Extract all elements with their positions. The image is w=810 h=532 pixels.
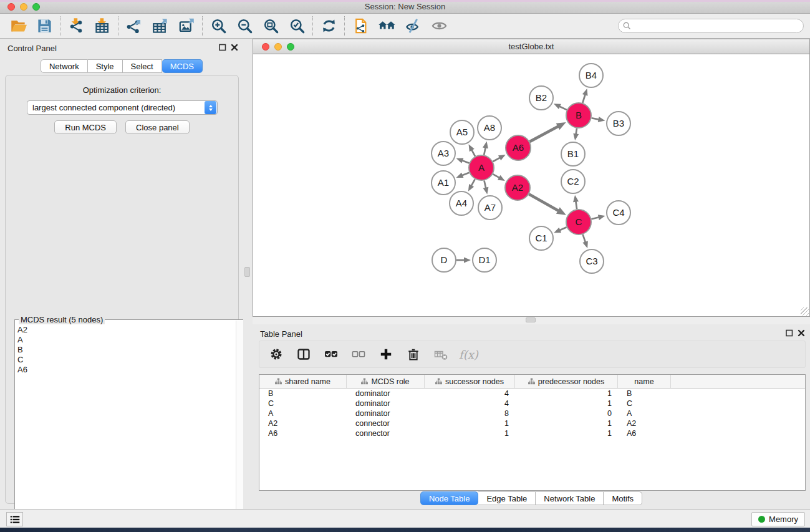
table-cell[interactable]: 0 <box>515 409 618 418</box>
export-network-button[interactable] <box>121 15 147 37</box>
tab-select[interactable]: Select <box>123 59 162 73</box>
tab-node-table[interactable]: Node Table <box>420 491 479 505</box>
edge-A-A6[interactable] <box>493 158 501 162</box>
table-cell[interactable]: A <box>618 409 671 418</box>
node-A8[interactable]: A8 <box>478 116 501 140</box>
open-session-button[interactable] <box>5 15 31 37</box>
edge-C-C4[interactable] <box>591 217 599 219</box>
resize-corner-icon[interactable] <box>801 307 809 316</box>
result-list-item[interactable]: C <box>17 355 236 365</box>
tab-mcds[interactable]: MCDS <box>162 59 203 73</box>
edge-B-B4[interactable] <box>582 95 585 104</box>
column-header-MCDS-role[interactable]: MCDS role <box>347 375 425 388</box>
import-network-button[interactable] <box>63 15 89 37</box>
zoom-selected-button[interactable] <box>284 15 310 37</box>
edge-A2-C[interactable] <box>529 194 558 211</box>
edge-B-B3[interactable] <box>592 118 599 119</box>
table-row[interactable]: Adominator80A <box>259 409 805 418</box>
result-list-item[interactable]: A2 <box>17 325 236 335</box>
close-panel-button[interactable]: Close panel <box>125 120 190 134</box>
settings-button[interactable] <box>267 345 286 364</box>
node-B1[interactable]: B1 <box>561 142 585 166</box>
refresh-button[interactable] <box>316 15 342 37</box>
home-button[interactable] <box>374 15 400 37</box>
node-A5[interactable]: A5 <box>450 120 474 144</box>
float-panel-icon[interactable] <box>219 44 226 51</box>
node-C1[interactable]: C1 <box>529 226 553 250</box>
node-A7[interactable]: A7 <box>478 196 502 220</box>
edge-A6-B[interactable] <box>530 127 559 142</box>
edge-A-A2[interactable] <box>493 174 499 178</box>
table-row[interactable]: Cdominator41C <box>259 399 805 409</box>
function-builder-button[interactable]: f(x) <box>459 348 478 361</box>
vertical-splitter-grip[interactable] <box>244 267 250 277</box>
edge-C-C1[interactable] <box>559 227 566 230</box>
table-cell[interactable]: A2 <box>618 419 671 428</box>
column-header-successor-nodes[interactable]: successor nodes <box>425 375 515 388</box>
zoom-out-button[interactable] <box>231 15 258 37</box>
search-input[interactable] <box>634 20 803 32</box>
network-canvas[interactable]: A A1 A2 A3 A4 A5 A6 A7 A8 B B1 B2 B3 B4 … <box>253 54 810 317</box>
horizontal-splitter[interactable] <box>253 317 810 324</box>
node-A4[interactable]: A4 <box>450 191 473 215</box>
show-graphics-button[interactable] <box>426 15 452 37</box>
column-header-name[interactable]: name <box>618 375 671 388</box>
table-cell[interactable]: 1 <box>515 389 618 398</box>
table-cell[interactable]: A <box>259 409 347 418</box>
edge-A-A4[interactable] <box>471 179 475 186</box>
delete-column-button[interactable] <box>404 345 423 364</box>
table-cell[interactable]: C <box>618 399 671 408</box>
result-list-item[interactable]: A6 <box>17 365 236 375</box>
close-table-panel-icon[interactable] <box>798 329 805 337</box>
table-cell[interactable]: 1 <box>425 429 515 438</box>
table-cell[interactable]: connector <box>347 419 425 428</box>
table-cell[interactable]: connector <box>347 429 425 438</box>
vertical-splitter[interactable] <box>243 39 253 509</box>
table-cell[interactable]: 1 <box>515 429 618 438</box>
zoom-in-button[interactable] <box>205 15 231 37</box>
run-mcds-button[interactable]: Run MCDS <box>54 120 117 134</box>
table-cell[interactable]: C <box>259 399 347 408</box>
node-D[interactable]: D <box>432 248 456 272</box>
column-header-predecessor-nodes[interactable]: predecessor nodes <box>515 375 618 388</box>
table-cell[interactable]: B <box>618 389 671 398</box>
table-cell[interactable]: dominator <box>347 389 425 398</box>
node-D1[interactable]: D1 <box>473 248 496 272</box>
tab-network-table[interactable]: Network Table <box>536 491 604 505</box>
export-table-button[interactable] <box>147 15 173 37</box>
columns-button[interactable] <box>294 345 313 364</box>
network-from-file-button[interactable] <box>347 15 374 37</box>
result-list-item[interactable]: B <box>17 345 236 355</box>
node-C4[interactable]: C4 <box>607 201 630 225</box>
node-A2[interactable]: A2 <box>505 175 530 200</box>
table-cell[interactable]: 1 <box>515 399 618 408</box>
table-row[interactable]: Bdominator41B <box>259 389 805 399</box>
node-B3[interactable]: B3 <box>607 112 630 135</box>
table-cell[interactable]: B <box>259 389 347 398</box>
hide-graphics-button[interactable] <box>400 15 426 37</box>
tab-style[interactable]: Style <box>88 59 123 73</box>
edge-A-A1[interactable] <box>462 173 470 176</box>
edge-A-A7[interactable] <box>485 181 486 188</box>
node-A1[interactable]: A1 <box>432 171 455 195</box>
node-A3[interactable]: A3 <box>432 142 455 165</box>
tab-motifs[interactable]: Motifs <box>604 491 642 505</box>
table-cell[interactable]: 1 <box>425 419 515 428</box>
zoom-fit-button[interactable] <box>258 15 284 37</box>
table-cell[interactable]: A6 <box>618 429 671 438</box>
import-table-button[interactable] <box>89 15 115 37</box>
result-list-item[interactable]: A <box>17 335 236 345</box>
add-column-button[interactable] <box>377 345 395 364</box>
export-image-button[interactable] <box>173 15 200 37</box>
node-C[interactable]: C <box>566 210 591 235</box>
network-window-titlebar[interactable]: testGlobe.txt <box>253 39 810 54</box>
tab-network[interactable]: Network <box>41 59 88 73</box>
close-panel-icon[interactable] <box>231 44 238 51</box>
search-box[interactable] <box>618 19 804 33</box>
edge-A-A8[interactable] <box>484 147 485 155</box>
save-session-button[interactable] <box>31 15 57 37</box>
table-row[interactable]: A6connector11A6 <box>259 428 805 438</box>
table-cell[interactable]: 1 <box>515 419 618 428</box>
edge-A-A3[interactable] <box>462 160 470 163</box>
node-C3[interactable]: C3 <box>580 249 604 273</box>
